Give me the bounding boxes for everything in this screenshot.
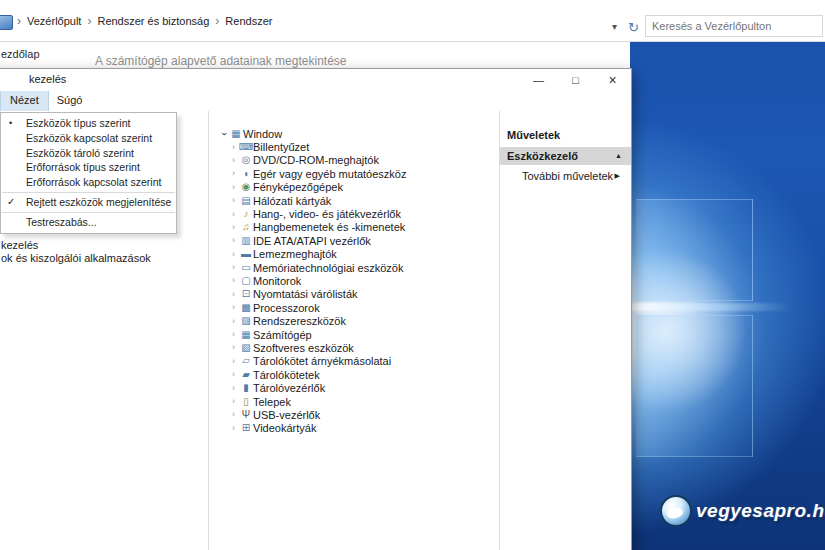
computer-icon: ▦ xyxy=(229,129,243,139)
chevron-right-icon[interactable]: › xyxy=(228,156,239,165)
menu-item-devices-by-connection[interactable]: Eszközök kapcsolat szerint xyxy=(1,131,176,146)
chevron-right-icon[interactable]: › xyxy=(228,250,239,259)
tree-item-audio-inputs-outputs[interactable]: › ♫ Hangbemenetek és -kimenetek xyxy=(218,221,499,234)
tree-item-batteries[interactable]: › ▯ Telepek xyxy=(218,395,499,408)
tree-item-label: Lemezmeghajtók xyxy=(253,248,337,260)
window-controls: — □ × xyxy=(520,69,631,91)
menu-separator xyxy=(2,212,175,213)
system-device-icon: ▨ xyxy=(239,316,253,326)
menu-help[interactable]: Súgó xyxy=(48,91,92,111)
menu-item-resources-by-type[interactable]: Erőforrások típus szerint xyxy=(1,160,176,175)
more-actions[interactable]: További műveletek ▶ xyxy=(500,165,631,187)
controller-chip-icon: ▥ xyxy=(239,236,253,246)
chevron-right-icon[interactable]: › xyxy=(228,424,239,433)
menu-item-label: Eszközök típus szerint xyxy=(26,117,130,129)
speaker-icon: ♪ xyxy=(239,209,253,219)
breadcrumb-system[interactable]: Rendszer xyxy=(223,15,274,27)
disc-drive-icon: ◎ xyxy=(239,155,253,165)
tree-item-memory-technology[interactable]: › ▭ Memóriatechnológiai eszközök xyxy=(218,261,499,274)
wallpaper-light-beam xyxy=(630,303,792,311)
actions-section-device-manager[interactable]: Eszközkezelő ▲ xyxy=(500,147,631,165)
menu-item-devices-by-container[interactable]: Eszközök tároló szerint xyxy=(1,146,176,161)
minimize-button[interactable]: — xyxy=(520,69,557,91)
watermark-text: vegyesapro.hu xyxy=(696,500,825,522)
tree-item-print-queues[interactable]: › ⊡ Nyomtatási várólisták xyxy=(218,288,499,301)
tree-item-keyboards[interactable]: › ⌨ Billentyűzet xyxy=(218,140,499,153)
tree-item-computer-root[interactable]: › ▦ Window xyxy=(218,127,499,140)
tree-item-ide-ata-atapi[interactable]: › ▥ IDE ATA/ATAPI vezérlők xyxy=(218,234,499,247)
address-dropdown-icon[interactable]: ▾ xyxy=(612,0,617,42)
chevron-right-icon[interactable]: › xyxy=(83,14,95,28)
chevron-right-icon[interactable]: › xyxy=(228,143,239,152)
control-panel-home-link-fragment[interactable]: ezdőlap xyxy=(1,48,40,60)
menu-item-label: Eszközök tároló szerint xyxy=(26,147,134,159)
tree-item-network-adapters[interactable]: › ▤ Hálózati kártyák xyxy=(218,194,499,207)
tree-item-label: Memóriatechnológiai eszközök xyxy=(253,262,403,274)
collapse-icon[interactable]: ▲ xyxy=(615,147,622,165)
chevron-right-icon[interactable]: › xyxy=(228,370,239,379)
menu-item-devices-by-type[interactable]: • Eszközök típus szerint xyxy=(1,116,176,131)
tree-item-mice[interactable]: › ◖ Egér vagy egyéb mutatóeszköz xyxy=(218,167,499,180)
tree-item-storage-controllers[interactable]: › ▮ Tárolóvezérlők xyxy=(218,381,499,394)
menu-item-resources-by-connection[interactable]: Erőforrások kapcsolat szerint xyxy=(1,175,176,190)
tree-item-sound-video-game[interactable]: › ♪ Hang-, video- és játékvezérlők xyxy=(218,207,499,220)
tree-item-software-devices[interactable]: › ▧ Szoftveres eszközök xyxy=(218,341,499,354)
tree-item-label: Egér vagy egyéb mutatóeszköz xyxy=(253,168,406,180)
chevron-right-icon[interactable]: › xyxy=(228,317,239,326)
tree-item-storage-shadow-copies[interactable]: › ▱ Tárolókötet árnyékmásolatai xyxy=(218,355,499,368)
tree-item-cameras[interactable]: › ◉ Fényképezőgépek xyxy=(218,181,499,194)
wallpaper-window-pane-bottom xyxy=(636,315,753,457)
tree-item-display-adapters[interactable]: › ⊞ Videokártyák xyxy=(218,422,499,435)
chevron-right-icon[interactable]: › xyxy=(228,357,239,366)
chevron-right-icon[interactable]: › xyxy=(211,14,223,28)
chevron-right-icon[interactable]: › xyxy=(228,196,239,205)
chevron-right-icon[interactable]: › xyxy=(228,276,239,285)
menu-view[interactable]: Nézet xyxy=(1,91,48,111)
tree-item-monitors[interactable]: › ▢ Monitorok xyxy=(218,274,499,287)
menu-item-customize[interactable]: Testreszabás... xyxy=(1,215,176,230)
audio-icon: ♫ xyxy=(239,222,253,232)
tree-item-label: Számítógép xyxy=(253,329,312,341)
tree-item-processors[interactable]: › ▩ Processzorok xyxy=(218,301,499,314)
chevron-right-icon[interactable]: › xyxy=(228,263,239,272)
chevron-right-icon[interactable]: › xyxy=(228,183,239,192)
tree-item-usb-controllers[interactable]: › Ψ USB-vezérlők xyxy=(218,408,499,421)
chevron-right-icon[interactable]: › xyxy=(228,210,239,219)
console-tree-item-fragment[interactable]: ok és kiszolgálói alkalmazások xyxy=(1,252,151,264)
chevron-right-icon[interactable]: › xyxy=(228,236,239,245)
tree-item-computer[interactable]: › ▦ Számítógép xyxy=(218,328,499,341)
screen: ezdőlap A számítógép alapvető adatainak … xyxy=(0,0,825,550)
maximize-button[interactable]: □ xyxy=(557,69,594,91)
menu-item-label: Rejtett eszközök megjelenítése xyxy=(26,196,171,208)
refresh-icon[interactable]: ↻ xyxy=(628,0,639,42)
breadcrumb-system-security[interactable]: Rendszer és biztonság xyxy=(95,15,211,27)
tree-item-dvd-cdrom[interactable]: › ◎ DVD/CD-ROM-meghajtók xyxy=(218,154,499,167)
menu-item-label: Testreszabás... xyxy=(26,216,97,228)
address-bar: › Vezérlőpult › Rendszer és biztonság › … xyxy=(0,0,825,42)
title-bar[interactable]: kezelés — □ × xyxy=(0,69,631,91)
chevron-right-icon[interactable]: › xyxy=(228,290,239,299)
chevron-right-icon[interactable]: › xyxy=(228,303,239,312)
battery-icon: ▯ xyxy=(239,397,253,407)
tree-item-storage-volumes[interactable]: › ▰ Tárolókötetek xyxy=(218,368,499,381)
tree-item-label: Rendszereszközök xyxy=(253,315,346,327)
chevron-right-icon[interactable]: › xyxy=(228,410,239,419)
chevron-right-icon[interactable]: › xyxy=(228,384,239,393)
chevron-right-icon[interactable]: › xyxy=(228,169,239,178)
tree-item-system-devices[interactable]: › ▨ Rendszereszközök xyxy=(218,314,499,327)
tree-item-label: IDE ATA/ATAPI vezérlők xyxy=(253,235,371,247)
console-tree-item-fragment[interactable]: kezelés xyxy=(1,239,38,251)
chevron-expanded-icon[interactable]: › xyxy=(219,128,229,139)
chevron-right-icon[interactable]: › xyxy=(228,223,239,232)
chevron-right-icon[interactable]: › xyxy=(228,343,239,352)
chevron-right-icon[interactable]: › xyxy=(228,397,239,406)
view-menu-dropdown: • Eszközök típus szerint Eszközök kapcso… xyxy=(0,112,177,234)
menu-item-label: Eszközök kapcsolat szerint xyxy=(26,132,152,144)
tree-item-disk-drives[interactable]: › ▬ Lemezmeghajtók xyxy=(218,248,499,261)
menu-item-show-hidden-devices[interactable]: ✓ Rejtett eszközök megjelenítése xyxy=(1,195,176,210)
tree-item-label: Window xyxy=(243,128,282,140)
search-input[interactable] xyxy=(645,15,823,37)
breadcrumb-control-panel[interactable]: Vezérlőpult xyxy=(25,15,83,27)
close-button[interactable]: × xyxy=(594,69,631,91)
chevron-right-icon[interactable]: › xyxy=(228,330,239,339)
